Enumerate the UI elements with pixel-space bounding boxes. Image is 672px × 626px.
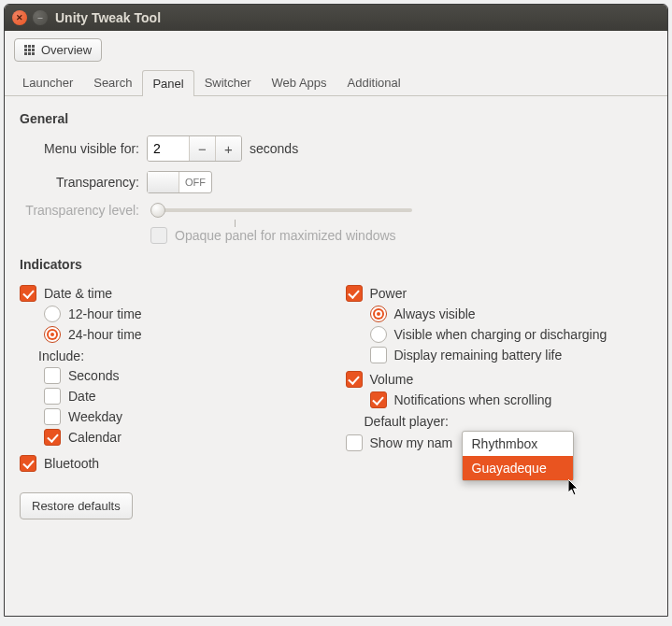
- include-weekday-label: Weekday: [68, 409, 122, 424]
- left-column: Date & time 12-hour time 24-hour time In…: [20, 281, 327, 476]
- seconds-label: seconds: [250, 141, 298, 156]
- tab-switcher[interactable]: Switcher: [194, 69, 262, 95]
- titlebar: ✕ – Unity Tweak Tool: [5, 5, 667, 31]
- tab-bar: Launcher Search Panel Switcher Web Apps …: [5, 69, 667, 96]
- slider-tick: [235, 220, 236, 227]
- show-name-checkbox[interactable]: [346, 434, 363, 451]
- volume-checkbox[interactable]: [346, 371, 363, 388]
- opaque-checkbox: [150, 227, 167, 244]
- datetime-checkbox[interactable]: [20, 285, 36, 302]
- weekday-checkbox[interactable]: [44, 408, 61, 425]
- tab-webapps[interactable]: Web Apps: [262, 69, 337, 95]
- show-name-label: Show my nam: [370, 435, 453, 450]
- tab-panel[interactable]: Panel: [142, 70, 193, 96]
- volume-label: Volume: [370, 372, 414, 387]
- calendar-checkbox[interactable]: [44, 429, 61, 446]
- spinner-decrease[interactable]: −: [189, 136, 215, 161]
- always-visible-radio[interactable]: [370, 306, 387, 322]
- indicator-columns: Date & time 12-hour time 24-hour time In…: [20, 281, 652, 476]
- twelve-hour-label: 12-hour time: [68, 306, 142, 321]
- datetime-label: Date & time: [44, 286, 112, 301]
- window-controls: ✕ –: [12, 10, 48, 25]
- cursor-icon: [568, 479, 581, 496]
- menu-visible-spinner[interactable]: − +: [147, 135, 242, 162]
- switch-knob: [148, 172, 179, 192]
- twentyfour-hour-radio[interactable]: [44, 326, 61, 343]
- transparency-label: Transparency:: [20, 175, 147, 190]
- twelve-hour-radio[interactable]: [44, 306, 61, 322]
- include-seconds-label: Seconds: [68, 368, 119, 383]
- remaining-checkbox[interactable]: [370, 347, 387, 363]
- slider-thumb[interactable]: [150, 203, 165, 218]
- overview-label: Overview: [41, 43, 92, 57]
- overview-button[interactable]: Overview: [14, 38, 102, 62]
- dropdown-option-rhythmbox[interactable]: Rhythmbox: [463, 432, 573, 456]
- general-heading: General: [20, 111, 652, 126]
- power-checkbox[interactable]: [346, 285, 363, 302]
- restore-defaults-button[interactable]: Restore defaults: [20, 492, 133, 519]
- transparency-switch[interactable]: OFF: [147, 171, 212, 193]
- tab-launcher[interactable]: Launcher: [12, 69, 83, 95]
- spinner-increase[interactable]: +: [215, 136, 241, 161]
- include-label: Include:: [38, 349, 327, 363]
- twentyfour-hour-label: 24-hour time: [68, 327, 142, 342]
- tab-search[interactable]: Search: [83, 69, 142, 95]
- tab-additional[interactable]: Additional: [337, 69, 411, 95]
- menu-visible-label: Menu visible for:: [20, 141, 147, 156]
- transparency-slider[interactable]: [150, 208, 412, 212]
- charging-radio[interactable]: [370, 326, 387, 343]
- switch-state: OFF: [179, 177, 211, 188]
- transparency-level-label: Transparency level:: [20, 203, 147, 218]
- default-player-dropdown[interactable]: Rhythmbox Guayadeque: [462, 431, 574, 481]
- notifications-label: Notifications when scrolling: [394, 392, 552, 407]
- window-title: Unity Tweak Tool: [55, 10, 161, 25]
- close-icon[interactable]: ✕: [12, 10, 27, 25]
- default-player-label: Default player:: [365, 414, 449, 429]
- charging-label: Visible when charging or discharging: [394, 327, 608, 342]
- seconds-checkbox[interactable]: [44, 367, 61, 384]
- include-date-label: Date: [68, 389, 96, 404]
- grid-icon: [24, 45, 36, 56]
- power-label: Power: [370, 286, 407, 301]
- remaining-label: Display remaining battery life: [394, 348, 563, 363]
- main-window: ✕ – Unity Tweak Tool Overview Launcher S…: [4, 4, 668, 617]
- dropdown-option-guayadeque[interactable]: Guayadeque: [463, 456, 573, 480]
- menu-visible-input[interactable]: [148, 136, 189, 161]
- bluetooth-label: Bluetooth: [44, 456, 99, 471]
- right-column: Power Always visible Visible when chargi…: [346, 281, 653, 476]
- indicators-heading: Indicators: [20, 257, 652, 272]
- notifications-checkbox[interactable]: [370, 391, 387, 408]
- date-checkbox[interactable]: [44, 388, 61, 405]
- opaque-label: Opaque panel for maximized windows: [175, 228, 396, 243]
- toolbar: Overview: [5, 31, 667, 69]
- content-area: General Menu visible for: − + seconds Tr…: [5, 96, 667, 616]
- include-calendar-label: Calendar: [68, 430, 122, 445]
- always-visible-label: Always visible: [394, 306, 476, 321]
- minimize-icon[interactable]: –: [33, 10, 48, 25]
- bluetooth-checkbox[interactable]: [20, 455, 36, 472]
